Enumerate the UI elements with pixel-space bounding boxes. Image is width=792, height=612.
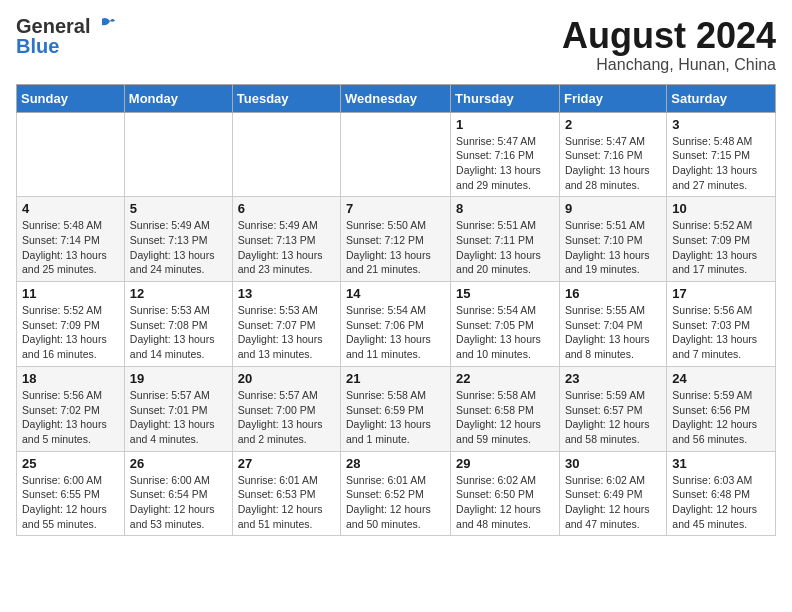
calendar-table: SundayMondayTuesdayWednesdayThursdayFrid… xyxy=(16,84,776,537)
day-info: Sunrise: 5:55 AM Sunset: 7:04 PM Dayligh… xyxy=(565,303,661,362)
calendar-cell: 2Sunrise: 5:47 AM Sunset: 7:16 PM Daylig… xyxy=(559,112,666,197)
calendar-cell: 27Sunrise: 6:01 AM Sunset: 6:53 PM Dayli… xyxy=(232,451,340,536)
day-number: 21 xyxy=(346,371,445,386)
day-info: Sunrise: 5:59 AM Sunset: 6:56 PM Dayligh… xyxy=(672,388,770,447)
calendar-cell xyxy=(124,112,232,197)
day-info: Sunrise: 5:50 AM Sunset: 7:12 PM Dayligh… xyxy=(346,218,445,277)
day-info: Sunrise: 5:56 AM Sunset: 7:02 PM Dayligh… xyxy=(22,388,119,447)
calendar-cell: 15Sunrise: 5:54 AM Sunset: 7:05 PM Dayli… xyxy=(451,282,560,367)
calendar-cell: 20Sunrise: 5:57 AM Sunset: 7:00 PM Dayli… xyxy=(232,366,340,451)
calendar-cell xyxy=(232,112,340,197)
day-number: 24 xyxy=(672,371,770,386)
day-number: 11 xyxy=(22,286,119,301)
calendar-cell: 21Sunrise: 5:58 AM Sunset: 6:59 PM Dayli… xyxy=(341,366,451,451)
logo: General Blue xyxy=(16,16,116,56)
day-number: 26 xyxy=(130,456,227,471)
calendar-cell: 10Sunrise: 5:52 AM Sunset: 7:09 PM Dayli… xyxy=(667,197,776,282)
day-info: Sunrise: 5:59 AM Sunset: 6:57 PM Dayligh… xyxy=(565,388,661,447)
days-of-week-row: SundayMondayTuesdayWednesdayThursdayFrid… xyxy=(17,84,776,112)
calendar-cell: 26Sunrise: 6:00 AM Sunset: 6:54 PM Dayli… xyxy=(124,451,232,536)
day-info: Sunrise: 6:03 AM Sunset: 6:48 PM Dayligh… xyxy=(672,473,770,532)
calendar-body: 1Sunrise: 5:47 AM Sunset: 7:16 PM Daylig… xyxy=(17,112,776,536)
calendar-week-3: 11Sunrise: 5:52 AM Sunset: 7:09 PM Dayli… xyxy=(17,282,776,367)
calendar-cell: 5Sunrise: 5:49 AM Sunset: 7:13 PM Daylig… xyxy=(124,197,232,282)
calendar-week-5: 25Sunrise: 6:00 AM Sunset: 6:55 PM Dayli… xyxy=(17,451,776,536)
day-number: 14 xyxy=(346,286,445,301)
calendar-cell: 25Sunrise: 6:00 AM Sunset: 6:55 PM Dayli… xyxy=(17,451,125,536)
title-block: August 2024 Hanchang, Hunan, China xyxy=(562,16,776,74)
day-number: 12 xyxy=(130,286,227,301)
day-info: Sunrise: 5:52 AM Sunset: 7:09 PM Dayligh… xyxy=(22,303,119,362)
day-number: 16 xyxy=(565,286,661,301)
day-info: Sunrise: 5:51 AM Sunset: 7:10 PM Dayligh… xyxy=(565,218,661,277)
calendar-cell: 14Sunrise: 5:54 AM Sunset: 7:06 PM Dayli… xyxy=(341,282,451,367)
day-number: 3 xyxy=(672,117,770,132)
day-header-saturday: Saturday xyxy=(667,84,776,112)
day-header-monday: Monday xyxy=(124,84,232,112)
day-number: 9 xyxy=(565,201,661,216)
calendar-cell: 8Sunrise: 5:51 AM Sunset: 7:11 PM Daylig… xyxy=(451,197,560,282)
calendar-cell: 22Sunrise: 5:58 AM Sunset: 6:58 PM Dayli… xyxy=(451,366,560,451)
calendar-cell: 1Sunrise: 5:47 AM Sunset: 7:16 PM Daylig… xyxy=(451,112,560,197)
calendar-cell: 11Sunrise: 5:52 AM Sunset: 7:09 PM Dayli… xyxy=(17,282,125,367)
calendar-header: SundayMondayTuesdayWednesdayThursdayFrid… xyxy=(17,84,776,112)
day-number: 15 xyxy=(456,286,554,301)
calendar-cell: 17Sunrise: 5:56 AM Sunset: 7:03 PM Dayli… xyxy=(667,282,776,367)
day-info: Sunrise: 5:58 AM Sunset: 6:58 PM Dayligh… xyxy=(456,388,554,447)
logo-bird-icon xyxy=(94,17,116,35)
day-info: Sunrise: 5:48 AM Sunset: 7:14 PM Dayligh… xyxy=(22,218,119,277)
day-number: 4 xyxy=(22,201,119,216)
day-info: Sunrise: 6:01 AM Sunset: 6:53 PM Dayligh… xyxy=(238,473,335,532)
calendar-cell xyxy=(341,112,451,197)
calendar-week-1: 1Sunrise: 5:47 AM Sunset: 7:16 PM Daylig… xyxy=(17,112,776,197)
calendar-cell: 24Sunrise: 5:59 AM Sunset: 6:56 PM Dayli… xyxy=(667,366,776,451)
day-info: Sunrise: 5:54 AM Sunset: 7:06 PM Dayligh… xyxy=(346,303,445,362)
day-info: Sunrise: 5:53 AM Sunset: 7:07 PM Dayligh… xyxy=(238,303,335,362)
logo-blue-text: Blue xyxy=(16,36,116,56)
day-info: Sunrise: 6:01 AM Sunset: 6:52 PM Dayligh… xyxy=(346,473,445,532)
day-info: Sunrise: 5:57 AM Sunset: 7:00 PM Dayligh… xyxy=(238,388,335,447)
day-number: 1 xyxy=(456,117,554,132)
day-number: 27 xyxy=(238,456,335,471)
day-info: Sunrise: 5:53 AM Sunset: 7:08 PM Dayligh… xyxy=(130,303,227,362)
day-number: 2 xyxy=(565,117,661,132)
day-info: Sunrise: 5:57 AM Sunset: 7:01 PM Dayligh… xyxy=(130,388,227,447)
calendar-cell: 7Sunrise: 5:50 AM Sunset: 7:12 PM Daylig… xyxy=(341,197,451,282)
day-number: 28 xyxy=(346,456,445,471)
day-number: 18 xyxy=(22,371,119,386)
day-number: 23 xyxy=(565,371,661,386)
calendar-cell: 6Sunrise: 5:49 AM Sunset: 7:13 PM Daylig… xyxy=(232,197,340,282)
calendar-cell: 19Sunrise: 5:57 AM Sunset: 7:01 PM Dayli… xyxy=(124,366,232,451)
day-number: 29 xyxy=(456,456,554,471)
day-info: Sunrise: 5:47 AM Sunset: 7:16 PM Dayligh… xyxy=(456,134,554,193)
day-number: 8 xyxy=(456,201,554,216)
calendar-cell: 18Sunrise: 5:56 AM Sunset: 7:02 PM Dayli… xyxy=(17,366,125,451)
day-info: Sunrise: 5:51 AM Sunset: 7:11 PM Dayligh… xyxy=(456,218,554,277)
day-info: Sunrise: 6:00 AM Sunset: 6:54 PM Dayligh… xyxy=(130,473,227,532)
day-info: Sunrise: 5:52 AM Sunset: 7:09 PM Dayligh… xyxy=(672,218,770,277)
calendar-cell: 9Sunrise: 5:51 AM Sunset: 7:10 PM Daylig… xyxy=(559,197,666,282)
day-number: 30 xyxy=(565,456,661,471)
day-info: Sunrise: 5:49 AM Sunset: 7:13 PM Dayligh… xyxy=(130,218,227,277)
day-info: Sunrise: 6:00 AM Sunset: 6:55 PM Dayligh… xyxy=(22,473,119,532)
calendar-cell: 23Sunrise: 5:59 AM Sunset: 6:57 PM Dayli… xyxy=(559,366,666,451)
calendar-cell: 3Sunrise: 5:48 AM Sunset: 7:15 PM Daylig… xyxy=(667,112,776,197)
day-header-thursday: Thursday xyxy=(451,84,560,112)
calendar-cell: 4Sunrise: 5:48 AM Sunset: 7:14 PM Daylig… xyxy=(17,197,125,282)
day-info: Sunrise: 5:54 AM Sunset: 7:05 PM Dayligh… xyxy=(456,303,554,362)
calendar-cell: 13Sunrise: 5:53 AM Sunset: 7:07 PM Dayli… xyxy=(232,282,340,367)
calendar-cell: 31Sunrise: 6:03 AM Sunset: 6:48 PM Dayli… xyxy=(667,451,776,536)
day-number: 20 xyxy=(238,371,335,386)
day-info: Sunrise: 5:48 AM Sunset: 7:15 PM Dayligh… xyxy=(672,134,770,193)
calendar-cell: 12Sunrise: 5:53 AM Sunset: 7:08 PM Dayli… xyxy=(124,282,232,367)
calendar-cell xyxy=(17,112,125,197)
day-number: 19 xyxy=(130,371,227,386)
day-header-tuesday: Tuesday xyxy=(232,84,340,112)
day-number: 7 xyxy=(346,201,445,216)
calendar-cell: 29Sunrise: 6:02 AM Sunset: 6:50 PM Dayli… xyxy=(451,451,560,536)
day-info: Sunrise: 5:56 AM Sunset: 7:03 PM Dayligh… xyxy=(672,303,770,362)
day-number: 17 xyxy=(672,286,770,301)
day-header-friday: Friday xyxy=(559,84,666,112)
day-number: 5 xyxy=(130,201,227,216)
calendar-cell: 16Sunrise: 5:55 AM Sunset: 7:04 PM Dayli… xyxy=(559,282,666,367)
